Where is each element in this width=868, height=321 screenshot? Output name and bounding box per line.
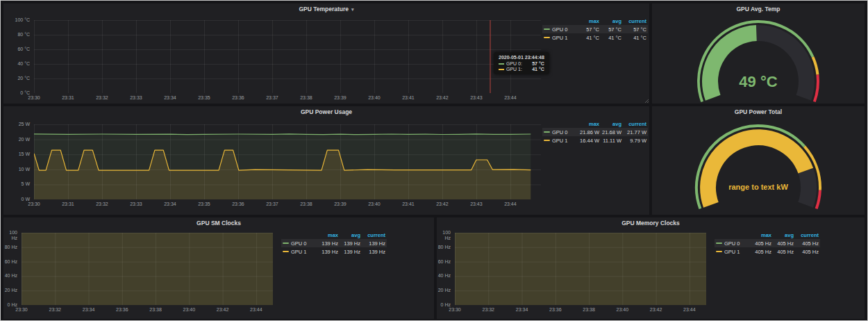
legend-value: 139 Hz (338, 249, 360, 255)
legend-sort-max[interactable]: max (313, 232, 338, 238)
panel-menu-gpu-temperature[interactable]: GPU Temperature ▾ (3, 3, 649, 15)
x-axis-tick-label: 23:42 (432, 201, 453, 207)
x-axis-tick-label: 23:37 (262, 95, 283, 101)
legend-value: 405 Hz (771, 249, 794, 255)
panel-gpu-memory-clocks: GPU Memory Clocks 0 Hz20 Hz40 Hz60 Hz80 … (437, 217, 865, 319)
legend-header-row: maxavgcurrent (542, 17, 648, 25)
plot-area[interactable] (34, 20, 541, 93)
y-axis-tick-label: 80 Hz (3, 245, 17, 250)
y-axis-tick-label: 60 °C (3, 47, 30, 52)
panel-menu-gpu-memory-clocks[interactable]: GPU Memory Clocks (437, 217, 865, 229)
legend-sort-max[interactable]: max (574, 121, 599, 127)
legend-series-color-icon (716, 251, 722, 252)
x-axis-tick-label: 23:44 (500, 95, 521, 101)
x-axis-tick-label: 23:38 (296, 201, 317, 207)
panel-menu-gpu-sm-clocks[interactable]: GPU SM Clocks (3, 217, 434, 229)
x-axis-tick-label: 23:31 (58, 95, 78, 101)
legend-sort-avg[interactable]: avg (599, 18, 621, 24)
legend-sort-avg[interactable]: avg (771, 232, 794, 238)
x-axis-tick-label: 23:33 (126, 95, 147, 101)
legend-value: 21.77 W (621, 129, 646, 135)
y-axis-tick-label: 20 Hz (3, 288, 17, 293)
x-axis-tick-label: 23:35 (194, 95, 215, 101)
panel-menu-gpu-power-total[interactable]: GPU Power Total (652, 106, 865, 117)
legend-sort-current[interactable]: current (621, 121, 646, 127)
panel-gpu-sm-clocks: GPU SM Clocks 0 Hz20 Hz40 Hz60 Hz80 Hz10… (3, 217, 434, 319)
chart-legend: maxavgcurrentGPU 0405 Hz405 Hz405 HzGPU … (715, 231, 820, 256)
series-color-icon (499, 63, 504, 65)
legend-series-color-icon (283, 242, 289, 244)
legend-sort-max[interactable]: max (746, 232, 771, 238)
legend-series-toggle[interactable]: GPU 1 (283, 249, 313, 255)
panel-gpu-power-usage: GPU Power Usage 0 W5 W10 W15 W20 W25 W23… (3, 106, 649, 215)
x-axis-tick-label: 23:34 (512, 307, 533, 313)
chevron-down-icon: ▾ (351, 7, 354, 12)
tooltip-series-label: GPU 0: (506, 61, 522, 66)
legend-value: 139 Hz (313, 240, 338, 247)
panel-title: GPU Power Total (735, 108, 782, 115)
legend-row: GPU 021.86 W21.68 W21.77 W (542, 128, 648, 136)
legend-row: GPU 1405 Hz405 Hz405 Hz (715, 247, 820, 256)
legend-row: GPU 116.44 W11.11 W9.79 W (542, 136, 648, 145)
legend-row: GPU 057 °C57 °C57 °C (542, 25, 648, 33)
y-axis-tick-label: 100 Hz (437, 230, 451, 241)
time-series-chart-gpu-memory-clocks[interactable]: 0 Hz20 Hz40 Hz60 Hz80 Hz100 Hz23:3023:32… (437, 229, 865, 319)
time-series-chart-gpu-power-usage[interactable]: 0 W5 W10 W15 W20 W25 W23:3023:3123:3223:… (3, 117, 649, 215)
legend-series-toggle[interactable]: GPU 1 (716, 249, 746, 255)
x-axis-tick-label: 23:34 (78, 307, 99, 313)
panel-menu-gpu-avg-temp[interactable]: GPU Avg. Temp (652, 3, 865, 15)
plot-area[interactable] (455, 233, 706, 305)
legend-series-toggle[interactable]: GPU 0 (283, 240, 313, 247)
legend-series-toggle[interactable]: GPU 0 (544, 129, 574, 135)
x-axis-tick-label: 23:39 (330, 95, 351, 101)
legend-series-toggle[interactable]: GPU 1 (544, 138, 574, 144)
legend-series-toggle[interactable]: GPU 0 (716, 240, 746, 247)
x-axis-tick-label: 23:37 (262, 201, 283, 207)
x-axis-tick-label: 23:38 (578, 307, 599, 313)
legend-series-toggle[interactable]: GPU 0 (544, 26, 574, 33)
legend-sort-avg[interactable]: avg (599, 121, 621, 127)
plot-area[interactable] (22, 233, 273, 305)
x-axis-tick-label: 23:41 (398, 201, 419, 207)
panel-gpu-temperature: GPU Temperature ▾ 0 °C20 °C40 °C60 °C80 … (3, 3, 649, 104)
legend-sort-current[interactable]: current (360, 232, 385, 238)
y-axis-tick-label: 60 Hz (437, 259, 451, 265)
tooltip-row: GPU 0: 57 °C (499, 61, 544, 66)
time-series-chart-gpu-temperature[interactable]: 0 °C20 °C40 °C60 °C80 °C100 °C23:3023:31… (3, 15, 649, 104)
legend-sort-current[interactable]: current (794, 232, 819, 238)
legend-sort-current[interactable]: current (621, 18, 646, 24)
legend-header-row: maxavgcurrent (542, 120, 648, 128)
legend-series-color-icon (544, 28, 550, 30)
y-axis-tick-label: 60 Hz (3, 259, 17, 265)
legend-row: GPU 0139 Hz139 Hz139 Hz (281, 239, 387, 247)
gauge-arc (652, 117, 865, 215)
legend-value: 139 Hz (313, 249, 338, 255)
y-axis-tick-label: 20 W (3, 137, 30, 142)
x-axis-tick-label: 23:42 (212, 307, 233, 313)
x-axis-tick-label: 23:36 (545, 307, 566, 313)
y-axis-tick-label: 80 °C (3, 32, 30, 38)
x-axis-tick-label: 23:40 (364, 201, 385, 207)
panel-menu-gpu-power-usage[interactable]: GPU Power Usage (3, 106, 649, 117)
gauge-value: 49 °C (652, 73, 865, 91)
plot-area[interactable] (34, 124, 541, 199)
legend-value: 139 Hz (338, 240, 360, 247)
time-series-chart-gpu-sm-clocks[interactable]: 0 Hz20 Hz40 Hz60 Hz80 Hz100 Hz23:3023:32… (3, 229, 434, 319)
legend-value: 139 Hz (360, 240, 385, 247)
legend-header-row: maxavgcurrent (281, 231, 387, 239)
legend-value: 57 °C (599, 26, 621, 33)
legend-series-color-icon (544, 37, 550, 38)
legend-sort-avg[interactable]: avg (338, 232, 360, 238)
tooltip-series-value: 57 °C (525, 61, 544, 66)
legend-sort-max[interactable]: max (574, 18, 599, 24)
legend-series-toggle[interactable]: GPU 1 (544, 35, 574, 41)
y-axis-tick-label: 15 W (3, 151, 30, 157)
y-axis-tick-label: 10 W (3, 167, 30, 172)
series-fill-gpu-1 (22, 233, 273, 305)
x-axis-tick-label: 23:35 (194, 201, 215, 207)
x-axis-tick-label: 23:33 (126, 201, 147, 207)
legend-value: 11.11 W (599, 138, 621, 144)
x-axis-tick-label: 23:32 (478, 307, 499, 313)
legend-value: 405 Hz (794, 240, 819, 247)
x-axis-tick-label: 23:38 (145, 307, 166, 313)
